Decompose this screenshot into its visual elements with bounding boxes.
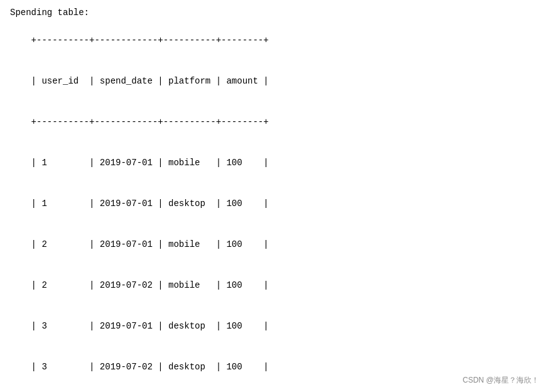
spending-row-3: | 2 | 2019-07-02 | mobile | 100 |	[31, 280, 269, 290]
spending-table-content: +----------+------------+----------+----…	[10, 20, 539, 392]
spending-sep-top: +----------+------------+----------+----…	[31, 35, 269, 45]
spending-sep-mid: +----------+------------+----------+----…	[31, 117, 269, 127]
watermark: CSDN @海星？海欣！	[462, 375, 539, 386]
spending-row-4: | 3 | 2019-07-01 | desktop | 100 |	[31, 321, 269, 331]
spending-row-5: | 3 | 2019-07-02 | desktop | 100 |	[31, 362, 269, 372]
spending-header: | user_id | spend_date | platform | amou…	[31, 76, 269, 86]
spending-row-2: | 2 | 2019-07-01 | mobile | 100 |	[31, 239, 269, 249]
spending-table-section: Spending table: +----------+------------…	[10, 8, 539, 392]
spending-row-0: | 1 | 2019-07-01 | mobile | 100 |	[31, 158, 269, 168]
spending-row-1: | 1 | 2019-07-01 | desktop | 100 |	[31, 199, 269, 209]
spending-table-title: Spending table:	[10, 8, 539, 18]
